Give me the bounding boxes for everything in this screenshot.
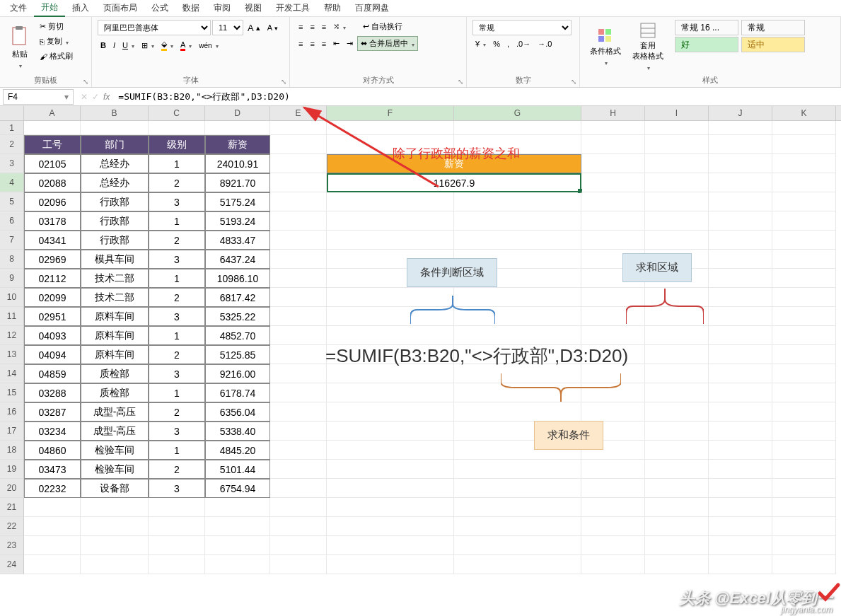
table-cell[interactable]: 2 [149, 231, 205, 250]
menu-item-1[interactable]: 开始 [34, 0, 65, 17]
currency-button[interactable]: ¥ [472, 38, 489, 50]
table-cell[interactable]: 原料车间 [81, 345, 149, 364]
cell-J13[interactable] [709, 345, 772, 364]
cell-E2[interactable] [270, 135, 327, 154]
cell-J12[interactable] [709, 326, 772, 345]
cell-G9[interactable] [454, 269, 581, 288]
cell-H21[interactable] [581, 498, 645, 517]
cell-B24[interactable] [81, 555, 149, 574]
cell-I21[interactable] [645, 498, 709, 517]
menu-item-5[interactable]: 数据 [175, 0, 207, 16]
table-cell[interactable]: 8921.70 [205, 173, 270, 192]
menu-item-4[interactable]: 公式 [144, 0, 175, 16]
confirm-icon[interactable]: ✓ [92, 92, 99, 102]
table-cell[interactable]: 6178.74 [205, 383, 270, 402]
cell-C21[interactable] [149, 498, 205, 517]
table-cell[interactable]: 02105 [24, 154, 81, 173]
cell-G16[interactable] [454, 402, 581, 422]
table-cell[interactable]: 行政部 [81, 231, 149, 250]
cell-J18[interactable] [709, 441, 772, 460]
cell-H4[interactable] [581, 173, 645, 192]
table-cell[interactable]: 1 [149, 269, 205, 288]
cell-F19[interactable] [327, 460, 454, 479]
cell-I20[interactable] [645, 479, 709, 498]
expand-icon[interactable]: ⤡ [83, 78, 88, 86]
percent-button[interactable]: % [490, 38, 503, 50]
cell-K23[interactable] [772, 536, 836, 555]
table-cell[interactable]: 成型-高压 [81, 402, 149, 422]
border-button[interactable]: ⊞ [139, 40, 157, 52]
font-name-select[interactable]: 阿里巴巴普惠体 [98, 20, 211, 35]
cell-G7[interactable] [454, 231, 581, 250]
cell-K22[interactable] [772, 517, 836, 536]
cell-I3[interactable] [645, 154, 709, 173]
table-cell[interactable]: 02088 [24, 173, 81, 192]
menu-item-0[interactable]: 文件 [3, 0, 34, 16]
cell-E20[interactable] [270, 479, 327, 498]
row-header-20[interactable]: 20 [0, 479, 24, 498]
cell-G18[interactable] [454, 441, 581, 460]
cell-B1[interactable] [81, 121, 149, 135]
cell-J21[interactable] [709, 498, 772, 517]
cell-H20[interactable] [581, 479, 645, 498]
cell-J24[interactable] [709, 555, 772, 574]
name-box[interactable]: F4▾ [3, 89, 74, 105]
table-cell[interactable]: 总经办 [81, 154, 149, 173]
cell-E3[interactable] [270, 154, 327, 173]
row-header-6[interactable]: 6 [0, 211, 24, 231]
wrap-text-button[interactable]: ↩ 自动换行 [360, 20, 405, 33]
row-header-13[interactable]: 13 [0, 345, 24, 364]
cell-K16[interactable] [772, 402, 836, 422]
decrease-font-button[interactable]: A▾ [265, 22, 281, 33]
cell-K5[interactable] [772, 192, 836, 211]
cell-F5[interactable] [327, 192, 454, 211]
cell-J3[interactable] [709, 154, 772, 173]
table-cell[interactable]: 技术二部 [81, 288, 149, 307]
table-cell[interactable]: 02112 [24, 269, 81, 288]
row-header-23[interactable]: 23 [0, 536, 24, 555]
row-header-3[interactable]: 3 [0, 154, 24, 173]
cell-A24[interactable] [24, 555, 81, 574]
cell-K8[interactable] [772, 250, 836, 269]
menu-item-3[interactable]: 页面布局 [96, 0, 144, 16]
cell-J2[interactable] [709, 135, 772, 154]
cell-K20[interactable] [772, 479, 836, 498]
underline-button[interactable]: U [120, 40, 137, 51]
table-cell[interactable]: 6356.04 [205, 402, 270, 422]
table-cell[interactable]: 24010.91 [205, 154, 270, 173]
cell-G5[interactable] [454, 192, 581, 211]
cell-B21[interactable] [81, 498, 149, 517]
row-header-17[interactable]: 17 [0, 422, 24, 441]
cell-F9[interactable] [327, 269, 454, 288]
conditional-format-button[interactable]: 条件格式 [586, 20, 625, 74]
cell-K14[interactable] [772, 364, 836, 383]
table-cell[interactable]: 成型-高压 [81, 422, 149, 441]
row-header-5[interactable]: 5 [0, 192, 24, 211]
cell-J14[interactable] [709, 364, 772, 383]
col-header-A[interactable]: A [24, 106, 81, 120]
table-cell[interactable]: 6817.42 [205, 288, 270, 307]
table-cell[interactable]: 3 [149, 250, 205, 269]
row-header-11[interactable]: 11 [0, 307, 24, 326]
cell-J15[interactable] [709, 383, 772, 402]
cell-K11[interactable] [772, 307, 836, 326]
cell-E9[interactable] [270, 269, 327, 288]
cell-H6[interactable] [581, 211, 645, 231]
table-cell[interactable]: 04341 [24, 231, 81, 250]
cell-H24[interactable] [581, 555, 645, 574]
cell-G1[interactable] [454, 121, 581, 135]
cell-I5[interactable] [645, 192, 709, 211]
cell-E15[interactable] [270, 383, 327, 402]
cell-J4[interactable] [709, 173, 772, 192]
col-header-G[interactable]: G [454, 106, 581, 120]
cell-J23[interactable] [709, 536, 772, 555]
comma-button[interactable]: , [504, 38, 512, 50]
table-cell[interactable]: 03288 [24, 383, 81, 402]
cell-H3[interactable] [581, 154, 645, 173]
row-header-21[interactable]: 21 [0, 498, 24, 517]
row-header-9[interactable]: 9 [0, 269, 24, 288]
cell-D22[interactable] [205, 517, 270, 536]
cell-H18[interactable] [581, 441, 645, 460]
cell-I19[interactable] [645, 460, 709, 479]
cell-F22[interactable] [327, 517, 454, 536]
